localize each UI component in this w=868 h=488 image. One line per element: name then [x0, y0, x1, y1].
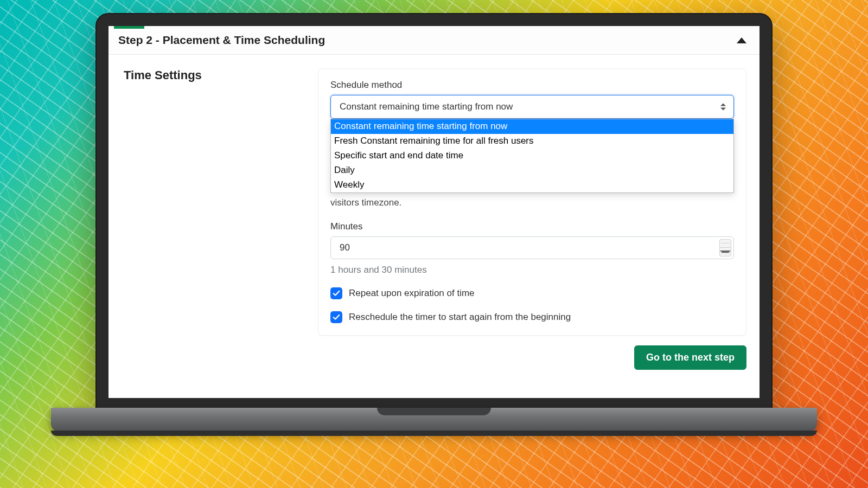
go-to-next-step-button[interactable]: Go to the next step [634, 345, 746, 370]
laptop-notch [377, 408, 491, 415]
laptop-frame: Step 2 - Placement & Time Scheduling Tim… [95, 13, 773, 442]
repeat-checkbox-row[interactable]: Repeat upon expiration of time [330, 287, 734, 299]
section-title: Time Settings [124, 68, 301, 82]
minutes-input[interactable]: 90 [330, 236, 734, 259]
schedule-method-select[interactable]: Constant remaining time starting from no… [330, 95, 734, 119]
reschedule-checkbox-row[interactable]: Reschedule the timer to start again from… [330, 311, 734, 323]
number-spinner[interactable] [719, 239, 731, 256]
screen-bezel: Step 2 - Placement & Time Scheduling Tim… [95, 13, 773, 411]
dropdown-option[interactable]: Constant remaining time starting from no… [331, 119, 733, 134]
spinner-down-icon[interactable] [720, 248, 731, 256]
repeat-checkbox[interactable] [330, 287, 342, 299]
schedule-method-selected-value: Constant remaining time starting from no… [340, 101, 513, 112]
check-icon [333, 290, 340, 297]
reschedule-checkbox[interactable] [330, 311, 342, 323]
collapse-caret-icon[interactable] [737, 37, 746, 43]
dropdown-option[interactable]: Daily [331, 163, 733, 178]
panel-title: Step 2 - Placement & Time Scheduling [118, 34, 325, 47]
settings-form-column: Schedule method Constant remaining time … [318, 68, 746, 386]
check-icon [333, 313, 340, 321]
dropdown-option[interactable]: Specific start and end date time [331, 149, 733, 163]
select-caret-icon [720, 104, 726, 111]
settings-section-label-column: Time Settings [122, 68, 301, 386]
active-tab-indicator [114, 26, 144, 29]
repeat-label: Repeat upon expiration of time [349, 288, 475, 299]
dropdown-option[interactable]: Fresh Constant remaining time for all fr… [331, 134, 733, 149]
panel-header[interactable]: Step 2 - Placement & Time Scheduling [108, 26, 760, 55]
app-screen: Step 2 - Placement & Time Scheduling Tim… [108, 26, 760, 398]
minutes-hint: 1 hours and 30 minutes [330, 265, 734, 275]
spinner-up-icon[interactable] [720, 240, 731, 248]
time-settings-card: Schedule method Constant remaining time … [318, 68, 746, 336]
laptop-foot [51, 431, 817, 436]
dropdown-option[interactable]: Weekly [331, 178, 733, 192]
minutes-value: 90 [340, 242, 350, 253]
minutes-label: Minutes [330, 221, 734, 232]
schedule-method-dropdown[interactable]: Constant remaining time starting from no… [330, 119, 734, 193]
panel-body: Time Settings Schedule method Constant r… [108, 56, 760, 398]
reschedule-label: Reschedule the timer to start again from… [349, 312, 571, 323]
schedule-method-label: Schedule method [330, 80, 734, 91]
